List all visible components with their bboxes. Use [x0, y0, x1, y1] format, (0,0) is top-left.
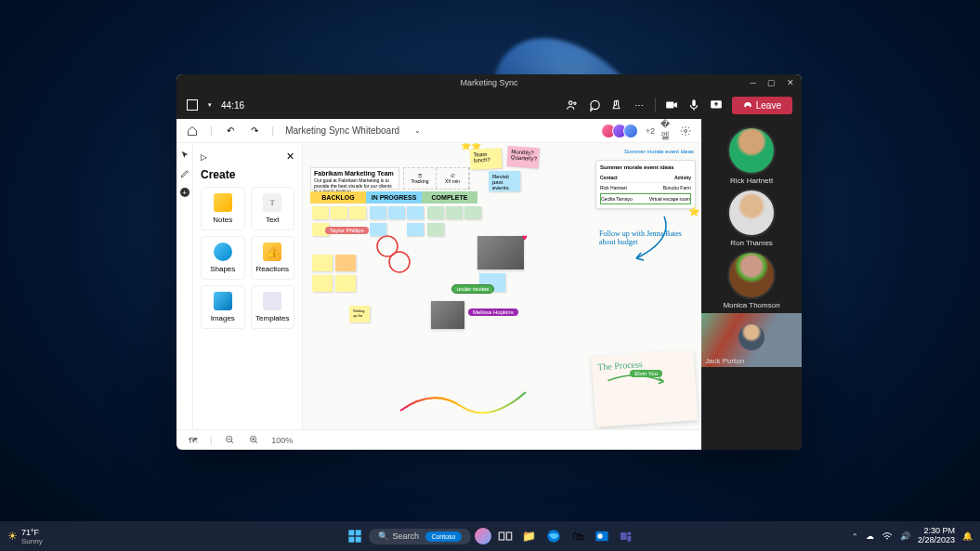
- share-whiteboard-icon[interactable]: �껠: [660, 125, 673, 138]
- teams-window: Marketing Sync ─ ▢ ✕ ▾ 44:16 ⋯ Leave: [176, 74, 802, 450]
- ink-followup[interactable]: Follow up with Jenna Bates about budget: [599, 230, 692, 247]
- store-icon[interactable]: 🛍: [568, 526, 588, 546]
- whiteboard-title[interactable]: Marketing Sync Whiteboard: [285, 125, 399, 136]
- participant[interactable]: Ron Thames: [727, 189, 776, 247]
- create-notes[interactable]: Notes: [201, 187, 245, 230]
- sticky-revisit[interactable]: Revisit past events: [489, 171, 520, 191]
- sticky-note[interactable]: [446, 206, 463, 219]
- add-tool-icon[interactable]: +: [180, 188, 189, 197]
- outlook-icon[interactable]: [592, 526, 612, 546]
- raise-hand-icon[interactable]: [610, 98, 623, 112]
- participant[interactable]: Rick Hartnett: [727, 126, 776, 185]
- create-panel: ▷ ✕ Create Notes TText Shapes Reactions …: [193, 143, 303, 429]
- map-icon[interactable]: 🗺: [186, 434, 199, 447]
- sticky-monthly[interactable]: Monthly? Quarterly?: [506, 146, 539, 168]
- sticky-note[interactable]: [312, 255, 333, 271]
- tray-wifi-icon[interactable]: [882, 531, 893, 541]
- clock[interactable]: 2:30 PM 2/28/2023: [918, 527, 955, 545]
- sticky-note[interactable]: [427, 206, 444, 219]
- task-view-icon[interactable]: [495, 526, 516, 546]
- create-shapes[interactable]: Shapes: [201, 236, 245, 280]
- pointer-icon: ▷: [201, 152, 207, 162]
- process-document[interactable]: The Process: [591, 349, 698, 426]
- sticky-note[interactable]: [312, 275, 333, 292]
- taskbar: ☀ 71°F Sunny 🔍 Search Contoso 📁 🛍 ⌃ ☁ 🔊 …: [0, 521, 980, 551]
- people-icon[interactable]: [566, 98, 579, 112]
- svg-rect-14: [499, 532, 503, 540]
- sticky-note[interactable]: [388, 206, 405, 219]
- collaborator-avatars[interactable]: [605, 124, 638, 138]
- sticky-note[interactable]: [349, 206, 366, 219]
- zoom-level[interactable]: 100%: [271, 436, 293, 445]
- kanban-complete-header[interactable]: COMPLETE: [422, 191, 477, 203]
- team-header-card[interactable]: Fabrikam Marketing Team Our goal at Fabr…: [310, 167, 399, 190]
- grid-view-icon[interactable]: [186, 98, 199, 112]
- sticky-note[interactable]: [335, 255, 356, 271]
- morale-link[interactable]: Summer morale event ideas: [624, 149, 694, 154]
- kanban-progress-header[interactable]: IN PROGRESS: [366, 191, 422, 203]
- photo[interactable]: [477, 236, 524, 269]
- zoom-out-icon[interactable]: [223, 434, 236, 447]
- chevron-down-icon[interactable]: ⌄: [414, 126, 421, 135]
- sticky-note[interactable]: [331, 206, 347, 219]
- titlebar: Marketing Sync ─ ▢ ✕: [176, 74, 802, 91]
- close-panel-icon[interactable]: ✕: [286, 151, 294, 163]
- chevron-down-icon[interactable]: ▾: [208, 101, 212, 109]
- maximize-button[interactable]: ▢: [767, 78, 776, 87]
- collaborator-overflow[interactable]: +2: [646, 126, 655, 136]
- create-templates[interactable]: Templates: [251, 285, 295, 329]
- photo[interactable]: [431, 301, 464, 329]
- share-icon[interactable]: [710, 98, 723, 112]
- tray-cloud-icon[interactable]: ☁: [866, 531, 874, 541]
- whiteboard-pane: | ↶ ↷ | Marketing Sync Whiteboard ⌄ +2 �…: [176, 119, 701, 450]
- sticky-note[interactable]: [335, 275, 356, 292]
- zoom-in-icon[interactable]: [247, 434, 260, 447]
- kanban-backlog-header[interactable]: BACKLOG: [310, 191, 366, 203]
- contoso-badge: Contoso: [425, 531, 461, 542]
- notifications-icon[interactable]: 🔔: [962, 531, 973, 541]
- sticky-note[interactable]: [407, 206, 424, 219]
- sticky-note[interactable]: [427, 223, 444, 236]
- participants-panel: Rick Hartnett Ron Thames Monica Thomson …: [701, 119, 802, 450]
- file-explorer-icon[interactable]: 📁: [519, 526, 540, 546]
- settings-icon[interactable]: [679, 125, 692, 138]
- search-box[interactable]: 🔍 Search Contoso: [369, 529, 471, 544]
- start-button[interactable]: [345, 526, 365, 546]
- weather-widget[interactable]: ☀ 71°F Sunny: [7, 528, 43, 545]
- cursor-tag-taylor: Taylor Phillips: [325, 227, 369, 234]
- create-text[interactable]: TText: [251, 187, 295, 230]
- participant[interactable]: Monica Thomson: [723, 251, 779, 309]
- teams-icon[interactable]: [616, 526, 636, 546]
- minimize-button[interactable]: ─: [751, 78, 756, 87]
- tray-chevron-icon[interactable]: ⌃: [852, 532, 858, 541]
- close-button[interactable]: ✕: [787, 78, 794, 87]
- svg-rect-13: [355, 537, 360, 543]
- edge-icon[interactable]: [543, 526, 564, 546]
- search-icon: 🔍: [378, 531, 388, 541]
- pen-tool-icon[interactable]: [180, 169, 189, 178]
- participant-video[interactable]: Jack Purton: [701, 313, 802, 367]
- camera-icon[interactable]: [665, 98, 678, 112]
- home-icon[interactable]: [186, 125, 199, 138]
- redo-icon[interactable]: ↷: [248, 125, 261, 138]
- leave-button[interactable]: Leave: [732, 97, 792, 114]
- copilot-icon[interactable]: [475, 528, 491, 544]
- mic-icon[interactable]: [687, 98, 700, 112]
- undo-icon[interactable]: ↶: [224, 125, 237, 138]
- sticky-team-lunch[interactable]: Team lunch?: [469, 148, 502, 170]
- sticky-note[interactable]: Setting up for: [349, 306, 370, 322]
- chat-icon[interactable]: [588, 98, 601, 112]
- sticky-note[interactable]: [464, 206, 481, 219]
- tray-volume-icon[interactable]: 🔊: [900, 531, 910, 541]
- metrics-box[interactable]: ☰Tracking ⏱XX min: [403, 167, 470, 190]
- whiteboard-canvas[interactable]: Fabrikam Marketing Team Our goal at Fabr…: [303, 143, 701, 429]
- svg-rect-3: [692, 99, 696, 106]
- morale-card[interactable]: Summer morale event ideas ContactActivit…: [595, 160, 696, 209]
- create-reactions[interactable]: Reactions: [251, 236, 295, 280]
- svg-point-1: [574, 102, 576, 104]
- sticky-note[interactable]: [370, 206, 386, 219]
- cursor-tool-icon[interactable]: [180, 151, 189, 160]
- more-icon[interactable]: ⋯: [633, 98, 646, 112]
- sticky-note[interactable]: [312, 206, 329, 219]
- create-images[interactable]: Images: [201, 285, 245, 329]
